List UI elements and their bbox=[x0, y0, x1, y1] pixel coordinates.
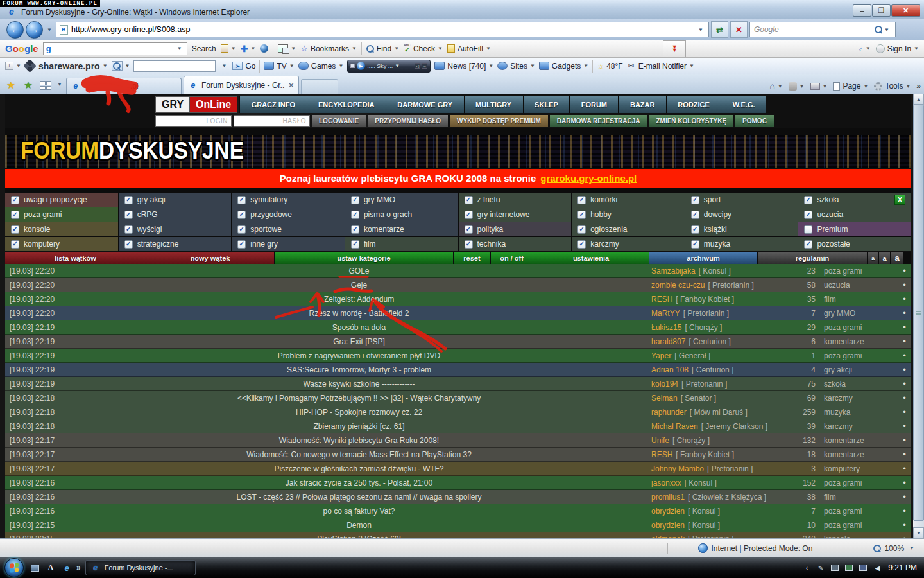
forum-toolbar-button[interactable]: a bbox=[879, 252, 890, 264]
thread-author[interactable]: raphunder bbox=[651, 408, 687, 417]
spellcheck-button[interactable]: ABC✓ Check▼ bbox=[404, 44, 443, 53]
category-cell[interactable]: ✓ sportowe bbox=[232, 222, 345, 236]
url-dropdown-icon[interactable]: ▼ bbox=[698, 27, 703, 33]
close-filters-button[interactable]: X bbox=[894, 195, 905, 205]
minimize-button[interactable]: – bbox=[853, 4, 871, 17]
category-checkbox[interactable]: ✓ bbox=[124, 196, 133, 204]
news-button[interactable]: News [740]▼ bbox=[434, 62, 493, 71]
show-desktop-icon[interactable] bbox=[28, 561, 41, 574]
site-nav-item[interactable]: GRACZ INFO bbox=[239, 96, 306, 113]
category-cell[interactable]: ✓ muzyka bbox=[685, 237, 798, 251]
thread-title[interactable]: HIP-HOP - Spokojne rozmowy cz. 22 bbox=[67, 408, 651, 417]
category-checkbox[interactable]: ✓ bbox=[691, 240, 699, 249]
forum-toolbar-button[interactable]: ustaw kategorie bbox=[275, 252, 453, 264]
table-row[interactable]: [19.03] 22:20 GOLe Samzabijaka [ Konsul … bbox=[5, 264, 911, 278]
stop-media-icon[interactable] bbox=[350, 64, 355, 68]
category-cell[interactable]: ✓ inne gry bbox=[232, 237, 345, 251]
table-row[interactable]: [19.03] 22:16 po co są faktury Vat? obry… bbox=[5, 504, 911, 518]
google-earth-icon[interactable] bbox=[260, 44, 268, 53]
category-cell[interactable]: ✓ cRPG bbox=[119, 207, 232, 222]
category-checkbox[interactable]: ✓ bbox=[804, 240, 812, 249]
refresh-button[interactable]: ⇄ bbox=[711, 21, 728, 38]
site-nav-item[interactable]: ENCYKLOPEDIA bbox=[307, 96, 386, 113]
page-menu-button[interactable]: Page▼ bbox=[833, 82, 868, 91]
forum-toolbar-button[interactable]: regulamin bbox=[758, 252, 867, 264]
back-button[interactable]: ← bbox=[6, 21, 24, 39]
login-bar-button[interactable]: DARMOWA REJESTRACJA bbox=[550, 115, 647, 127]
app-shortcut-icon[interactable]: A bbox=[44, 561, 57, 574]
category-checkbox[interactable]: ✓ bbox=[11, 240, 19, 249]
search-dropdown-icon[interactable]: ▼ bbox=[884, 27, 889, 33]
thread-title[interactable]: <<Klikamy i Pomagamy Potrzebującym !! >>… bbox=[67, 394, 651, 403]
network-icon[interactable] bbox=[859, 564, 868, 572]
category-checkbox[interactable]: ✓ bbox=[237, 196, 246, 204]
login-bar-button[interactable]: LOGOWANIE bbox=[312, 115, 366, 127]
go-button[interactable]: ➤Go bbox=[232, 62, 255, 71]
scroll-up-icon[interactable]: ▲ bbox=[913, 94, 924, 105]
category-cell[interactable]: ✓ pisma o grach bbox=[345, 207, 458, 222]
site-nav-item[interactable]: DARMOWE GRY bbox=[386, 96, 464, 113]
google-search-combo[interactable]: g ▼ bbox=[43, 42, 187, 55]
category-checkbox[interactable]: ✓ bbox=[691, 196, 699, 204]
volume-icon[interactable]: ◀ bbox=[873, 564, 882, 572]
login-bar-button[interactable]: POMOC bbox=[735, 115, 774, 127]
table-row[interactable]: [19.03] 22:18 HIP-HOP - Spokojne rozmowy… bbox=[5, 405, 911, 419]
table-row[interactable]: [19.03] 22:19 Wasze ksywki szkolne -----… bbox=[5, 377, 911, 391]
favorites-button[interactable]: ★ bbox=[3, 78, 19, 92]
close-button[interactable]: ✕ bbox=[891, 4, 920, 17]
thread-title[interactable]: Rzesz w mordę - Battlefield 2 bbox=[67, 309, 651, 318]
category-checkbox[interactable]: ✓ bbox=[11, 225, 19, 234]
thread-author[interactable]: Michał Raven bbox=[651, 422, 698, 431]
scrollbar-thumb[interactable] bbox=[913, 105, 924, 521]
add-gadget-icon[interactable]: ✚▼ bbox=[241, 44, 256, 54]
thread-author[interactable]: obrydzien bbox=[651, 507, 685, 516]
thread-author[interactable]: harald807 bbox=[651, 337, 685, 346]
tools-menu-button[interactable]: Tools▼ bbox=[874, 82, 911, 91]
volume-icon[interactable]: ◁ bbox=[415, 63, 420, 69]
category-cell[interactable]: ✓ ogłoszenia bbox=[572, 222, 685, 236]
table-row[interactable]: [19.03] 22:16 LOST - część 23 // Połowa … bbox=[5, 490, 911, 504]
table-row[interactable]: [19.03] 22:19 Problem z nagrywaniem i ot… bbox=[5, 349, 911, 363]
category-checkbox[interactable]: ✓ bbox=[124, 225, 133, 234]
thread-author[interactable]: Yaper bbox=[651, 351, 671, 360]
find-button[interactable]: Find▼ bbox=[366, 44, 399, 53]
weather-widget[interactable]: ☼48°F bbox=[597, 62, 622, 71]
thread-title[interactable]: Demon bbox=[67, 521, 651, 530]
forum-toolbar-button[interactable]: ustawienia bbox=[533, 252, 649, 264]
tray-expand-icon[interactable]: ‹ bbox=[802, 564, 811, 572]
maximize-button[interactable]: ❐ bbox=[872, 4, 891, 17]
category-cell[interactable]: ✓ film bbox=[345, 237, 458, 251]
category-checkbox[interactable]: ✓ bbox=[237, 211, 246, 219]
thread-title[interactable]: Geje bbox=[67, 281, 651, 290]
toolbar-search-input[interactable] bbox=[133, 60, 216, 72]
category-cell[interactable]: ✓ gry internetowe bbox=[459, 207, 572, 222]
category-checkbox[interactable]: ✓ bbox=[237, 225, 246, 234]
taskbar-window-button[interactable]: Forum Dyskusyjne -... bbox=[85, 560, 196, 575]
category-cell[interactable]: ✓ dowcipy bbox=[685, 207, 798, 222]
category-checkbox[interactable]: ✓ bbox=[351, 225, 359, 234]
toolbar-search-icon[interactable]: ▼ bbox=[112, 61, 130, 71]
page-scrollbar[interactable]: ▲ ▼ bbox=[913, 94, 924, 538]
category-checkbox[interactable]: ✓ bbox=[578, 240, 586, 249]
category-cell[interactable]: ✓ poza grami bbox=[5, 207, 118, 222]
category-checkbox[interactable]: ✓ bbox=[578, 196, 586, 204]
category-cell[interactable]: ✓ komentarze bbox=[345, 222, 458, 236]
table-row[interactable]: [19.03] 22:19 Sposób na doła Łukisz15 [ … bbox=[5, 320, 911, 335]
thread-title[interactable]: SAS:Secure Tomorrow, Mortyr 3 - problem bbox=[67, 365, 651, 374]
category-cell[interactable]: ✓ z Inetu bbox=[459, 193, 572, 207]
thread-title[interactable]: Piszczenie w głośnikach zamiast dźwięku … bbox=[67, 464, 651, 473]
news-feed-icon[interactable]: ▼ bbox=[221, 44, 236, 53]
category-cell[interactable]: ✓ sport bbox=[685, 193, 798, 207]
toolbar-search-dropdown[interactable]: ▼ bbox=[221, 63, 227, 69]
thread-title[interactable]: GOLe bbox=[67, 267, 651, 276]
category-checkbox[interactable]: ✓ bbox=[804, 211, 812, 219]
thread-author[interactable]: oldmanek bbox=[651, 532, 685, 538]
thread-title[interactable]: Wiadomość: Wyniki plebiscytu Gra Roku 20… bbox=[67, 436, 651, 445]
table-row[interactable]: [19.03] 22:15 PlayStation 3 [Część 60] o… bbox=[5, 532, 911, 538]
category-cell[interactable]: ✓ konsole bbox=[5, 222, 118, 236]
thread-title[interactable]: PlayStation 3 [Część 60] bbox=[67, 532, 651, 538]
table-row[interactable]: [19.03] 22:18 <<Klikamy i Pomagamy Potrz… bbox=[5, 391, 911, 405]
category-checkbox[interactable]: ✓ bbox=[804, 196, 812, 204]
tv-button[interactable]: TV▼ bbox=[264, 62, 294, 71]
category-cell[interactable]: ✓ strategiczne bbox=[119, 237, 232, 251]
